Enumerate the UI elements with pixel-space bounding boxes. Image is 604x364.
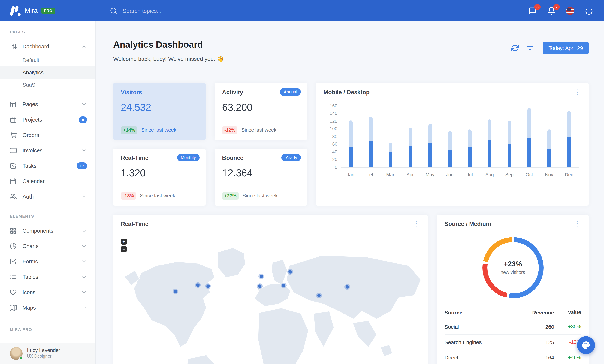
welcome-message: Welcome back, Lucy! We've missed you. 👋 — [113, 56, 224, 62]
bar-mobile-segment — [389, 151, 392, 167]
chart-card-title: Mobile / Desktop — [323, 89, 369, 96]
sidebar-item-auth[interactable]: Auth — [0, 189, 95, 204]
bar-group-jul[interactable] — [460, 106, 480, 167]
bar-group-sep[interactable] — [500, 106, 519, 167]
stat-card-activity: ActivityAnnual63.200-12%Since last week — [214, 83, 307, 140]
language-flag-us[interactable] — [566, 7, 574, 15]
bar-mobile-segment — [428, 144, 432, 167]
x-axis-label: Aug — [480, 172, 500, 177]
pie-chart-icon — [10, 243, 16, 249]
y-axis-tick: 40 — [324, 149, 337, 155]
stat-period-badge[interactable]: Annual — [280, 88, 301, 96]
palette-icon — [581, 341, 591, 350]
chevron-down-icon — [81, 147, 87, 153]
map-card-menu-button[interactable]: ⋮ — [412, 221, 420, 227]
brand[interactable]: Mira PRO — [0, 6, 96, 16]
sidebar-item-invoices[interactable]: Invoices — [0, 143, 95, 158]
refresh-icon — [511, 44, 519, 52]
stat-period-badge[interactable]: Monthly — [177, 154, 200, 161]
bar-desktop-segment — [389, 143, 392, 151]
x-axis-label: Jan — [341, 172, 361, 177]
bar-group-oct[interactable] — [519, 106, 539, 167]
row-source: Search Engines — [445, 339, 516, 345]
avatar — [10, 347, 23, 360]
sidebar-item-orders[interactable]: Orders — [0, 127, 95, 143]
sidebar-item-forms[interactable]: Forms — [0, 254, 95, 269]
col-revenue: Revenue — [516, 310, 554, 316]
bar-mobile-segment — [369, 141, 373, 167]
world-map[interactable] — [113, 230, 428, 364]
sidebar-item-calendar[interactable]: Calendar — [0, 173, 95, 189]
sidebar-subitem-analytics[interactable]: Analytics — [0, 66, 95, 79]
navbar-actions: 3 7 — [528, 6, 604, 15]
map-zoom-in-button[interactable]: + — [121, 239, 127, 245]
bar-group-feb[interactable] — [361, 106, 381, 167]
bar-group-dec[interactable] — [559, 106, 579, 167]
theme-settings-fab[interactable] — [577, 336, 595, 354]
stat-note: Since last week — [241, 127, 277, 133]
bar-group-nov[interactable] — [539, 106, 559, 167]
bar-group-may[interactable] — [420, 106, 440, 167]
search-bar — [110, 7, 528, 14]
source-card-title: Source / Medium — [445, 221, 491, 227]
stat-period-badge[interactable]: Yearly — [282, 154, 301, 161]
sidebar-item-label: Tasks — [23, 163, 36, 169]
sidebar-item-dashboard[interactable]: Dashboard — [0, 39, 95, 54]
bar-desktop-segment — [488, 119, 491, 140]
bar-group-apr[interactable] — [401, 106, 420, 167]
sidebar-item-components[interactable]: Components — [0, 223, 95, 238]
stat-value: 12.364 — [222, 167, 299, 179]
bar-group-mar[interactable] — [381, 106, 401, 167]
chart-card-menu-button[interactable]: ⋮ — [573, 89, 581, 95]
row-value: +35% — [554, 324, 581, 330]
bar-group-jun[interactable] — [440, 106, 460, 167]
bar-group-aug[interactable] — [480, 106, 500, 167]
notifications-count-badge: 7 — [553, 4, 560, 10]
source-donut-chart: +23% new visitors — [482, 237, 543, 298]
chevron-up-icon — [81, 43, 87, 49]
stat-value: 24.532 — [121, 102, 198, 113]
sidebar-item-label: Forms — [23, 258, 38, 264]
sidebar-subitem-saas[interactable]: SaaS — [0, 79, 95, 91]
map-card-title: Real-Time — [121, 221, 149, 227]
date-range-button[interactable]: Today: April 29 — [543, 42, 589, 54]
page-header: Analytics Dashboard Welcome back, Lucy! … — [113, 39, 589, 62]
source-card-menu-button[interactable]: ⋮ — [573, 221, 581, 227]
logout-button[interactable] — [584, 6, 593, 15]
stat-card-visitors: Visitors24.532+14%Since last week — [113, 83, 206, 140]
sidebar-item-projects[interactable]: Projects8 — [0, 112, 95, 127]
sidebar-item-label: Auth — [23, 193, 34, 200]
sidebar-item-icons[interactable]: Icons — [0, 284, 95, 300]
bar-desktop-segment — [369, 116, 373, 141]
y-axis-tick: 140 — [324, 111, 337, 116]
bar-desktop-segment — [567, 111, 571, 137]
search-input[interactable] — [122, 7, 219, 14]
x-axis-label: Apr — [400, 172, 420, 177]
sidebar-item-maps[interactable]: Maps — [0, 300, 95, 315]
bar-group-jan[interactable] — [341, 106, 361, 167]
sidebar-item-pages[interactable]: Pages — [0, 96, 95, 112]
sidebar-item-charts[interactable]: Charts — [0, 238, 95, 254]
notifications-button[interactable]: 7 — [547, 6, 556, 15]
sidebar-user-card[interactable]: Lucy Lavender UX Designer — [0, 343, 95, 364]
stat-card-bounce: BounceYearly12.364+27%Since last week — [214, 149, 307, 206]
sidebar: PAGESDashboardDefaultAnalyticsSaaSPagesP… — [0, 21, 96, 364]
bar-mobile-segment — [448, 150, 452, 167]
map-zoom-out-button[interactable]: − — [121, 246, 127, 252]
sidebar-subitem-default[interactable]: Default — [0, 54, 95, 66]
row-source: Direct — [445, 355, 516, 361]
source-table-header: Source Revenue Value — [445, 306, 581, 319]
filter-button[interactable] — [526, 44, 534, 52]
search-icon — [110, 7, 117, 14]
chevron-down-icon — [81, 228, 87, 234]
realtime-map-card: Real-Time ⋮ + − — [113, 215, 428, 364]
sidebar-item-label: Charts — [23, 243, 38, 249]
sidebar-item-tasks[interactable]: Tasks17 — [0, 158, 95, 173]
bar-desktop-segment — [547, 130, 551, 149]
chevron-down-icon — [81, 243, 87, 249]
refresh-button[interactable] — [511, 44, 519, 52]
messages-button[interactable]: 3 — [528, 6, 537, 15]
sidebar-item-tables[interactable]: Tables — [0, 269, 95, 284]
sidebar-item-label: Dashboard — [23, 43, 49, 49]
chevron-down-icon — [81, 289, 87, 295]
